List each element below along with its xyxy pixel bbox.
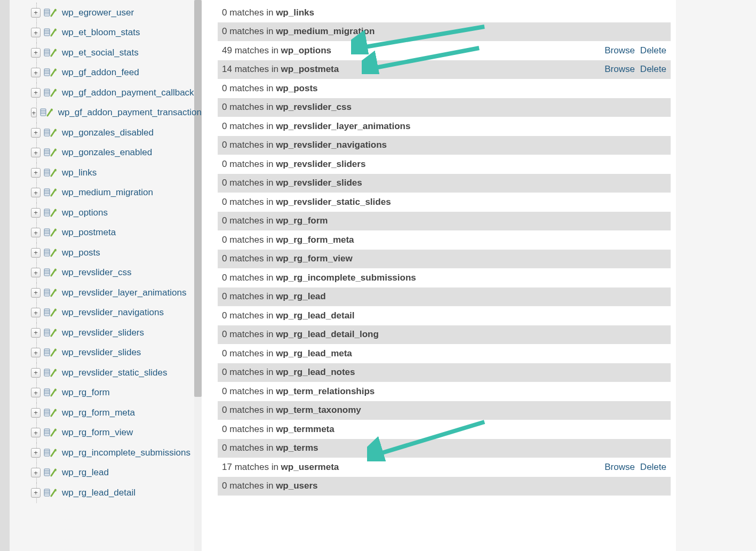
result-text: 0 matches in wp_revslider_slides [222,178,666,188]
expand-icon[interactable]: + [31,8,41,18]
result-table-name: wp_revslider_css [276,102,352,112]
result-table-name: wp_term_relationships [276,386,375,396]
sidebar-item-table[interactable]: + wp_et_bloom_stats [31,23,202,43]
delete-link[interactable]: Delete [640,462,666,473]
sidebar-item-table[interactable]: + wp_rg_lead_detail [31,483,202,503]
expand-icon[interactable]: + [31,128,41,138]
result-table-name: wp_revslider_static_slides [276,197,391,207]
result-text: 49 matches in wp_options [222,45,604,56]
sidebar-item-table[interactable]: + wp_revslider_layer_animations [31,283,202,303]
result-label-matches-in: matches in [229,443,273,453]
sidebar-item-table[interactable]: + wp_medium_migration [31,183,202,203]
table-icon [40,108,55,117]
sidebar-item-table[interactable]: + wp_gonzales_enabled [31,143,202,163]
result-row: 0 matches in wp_termmeta [218,420,671,439]
expand-icon[interactable]: + [31,368,41,378]
delete-link[interactable]: Delete [640,45,666,56]
expand-icon[interactable]: + [31,48,41,58]
result-count: 0 [222,291,227,301]
result-row: 17 matches in wp_usermetaBrowseDelete [218,458,671,477]
expand-icon[interactable]: + [31,28,41,37]
expand-icon[interactable]: + [31,148,41,157]
table-icon [44,308,59,317]
expand-icon[interactable]: + [31,388,41,397]
delete-link[interactable]: Delete [640,64,666,75]
sidebar-item-table[interactable]: + wp_gf_addon_payment_transaction [31,103,202,123]
expand-icon[interactable]: + [31,308,41,317]
table-icon [44,128,59,138]
expand-icon[interactable]: + [31,288,41,298]
result-row: 0 matches in wp_revslider_css [218,98,671,117]
expand-icon[interactable]: + [31,408,41,418]
table-icon [44,208,59,218]
expand-icon[interactable]: + [31,208,41,218]
browse-link[interactable]: Browse [604,462,635,473]
result-row: 0 matches in wp_rg_incomplete_submission… [218,268,671,288]
result-count: 0 [222,140,227,150]
table-icon [44,368,59,378]
result-table-name: wp_rg_form_view [276,253,353,263]
browse-link[interactable]: Browse [604,64,635,75]
result-row: 0 matches in wp_revslider_static_slides [218,193,671,212]
sidebar-item-table[interactable]: + wp_egrower_user [31,3,202,23]
result-text: 0 matches in wp_posts [222,83,666,94]
sidebar-item-label: wp_rg_form_view [62,427,133,438]
expand-icon[interactable]: + [31,328,41,338]
expand-icon[interactable]: + [31,348,41,357]
table-icon [44,488,59,498]
sidebar-item-table[interactable]: + wp_revslider_static_slides [31,363,202,383]
sidebar-item-table[interactable]: + wp_gf_addon_feed [31,63,202,83]
result-text: 0 matches in wp_users [222,481,666,491]
sidebar-item-table[interactable]: + wp_gonzales_disabled [31,123,202,143]
expand-icon[interactable]: + [31,68,41,77]
sidebar-item-table[interactable]: + wp_rg_incomplete_submissions [31,443,202,463]
sidebar-item-table[interactable]: + wp_revslider_slides [31,343,202,363]
sidebar-item-label: wp_gf_addon_payment_callback [62,87,194,98]
expand-icon[interactable]: + [31,168,41,178]
sidebar-item-table[interactable]: + wp_et_social_stats [31,43,202,63]
sidebar-item-label: wp_et_bloom_stats [62,27,140,38]
sidebar-item-table[interactable]: + wp_revslider_navigations [31,303,202,323]
sidebar-item-table[interactable]: + wp_links [31,163,202,183]
result-table-name: wp_revslider_sliders [276,159,365,169]
result-row: 0 matches in wp_medium_migration [218,22,671,42]
sidebar-item-table[interactable]: + wp_gf_addon_payment_callback [31,83,202,103]
expand-icon[interactable]: + [31,88,41,98]
table-icon [44,288,59,298]
browse-link[interactable]: Browse [604,45,635,56]
sidebar-item-label: wp_revslider_navigations [62,307,164,318]
sidebar-item-table[interactable]: + wp_options [31,203,202,223]
expand-icon[interactable]: + [31,448,41,458]
result-table-name: wp_rg_lead_meta [276,348,352,358]
sidebar-item-table[interactable]: + wp_postmeta [31,223,202,243]
result-label-matches-in: matches in [229,273,273,283]
sidebar-item-table[interactable]: + wp_rg_form [31,383,202,403]
expand-icon[interactable]: + [31,188,41,197]
expand-icon[interactable]: + [31,488,41,498]
expand-icon[interactable]: + [31,268,41,277]
result-text: 0 matches in wp_rg_lead_detail_long [222,329,666,340]
sidebar-item-table[interactable]: + wp_rg_form_view [31,423,202,443]
result-count: 17 [222,462,232,472]
search-results: 0 matches in wp_links0 matches in wp_med… [202,0,676,551]
result-actions: BrowseDelete [604,45,666,56]
expand-icon[interactable]: + [31,108,37,117]
result-actions: BrowseDelete [604,64,666,75]
result-count: 0 [222,121,227,131]
expand-icon[interactable]: + [31,248,41,258]
sidebar-item-table[interactable]: + wp_revslider_sliders [31,323,202,343]
result-label-matches-in: matches in [229,102,273,112]
result-row: 0 matches in wp_rg_lead_detail [218,306,671,325]
sidebar-item-table[interactable]: + wp_revslider_css [31,263,202,283]
sidebar-item-label: wp_revslider_sliders [62,328,144,338]
expand-icon[interactable]: + [31,428,41,437]
sidebar-item-table[interactable]: + wp_rg_form_meta [31,403,202,423]
table-icon [44,48,59,58]
result-label-matches-in: matches in [229,424,273,434]
result-table-name: wp_revslider_navigations [276,140,387,150]
sidebar-item-table[interactable]: + wp_posts [31,243,202,263]
result-table-name: wp_termmeta [276,424,335,434]
sidebar-item-table[interactable]: + wp_rg_lead [31,463,202,483]
expand-icon[interactable]: + [31,468,41,477]
expand-icon[interactable]: + [31,228,41,237]
